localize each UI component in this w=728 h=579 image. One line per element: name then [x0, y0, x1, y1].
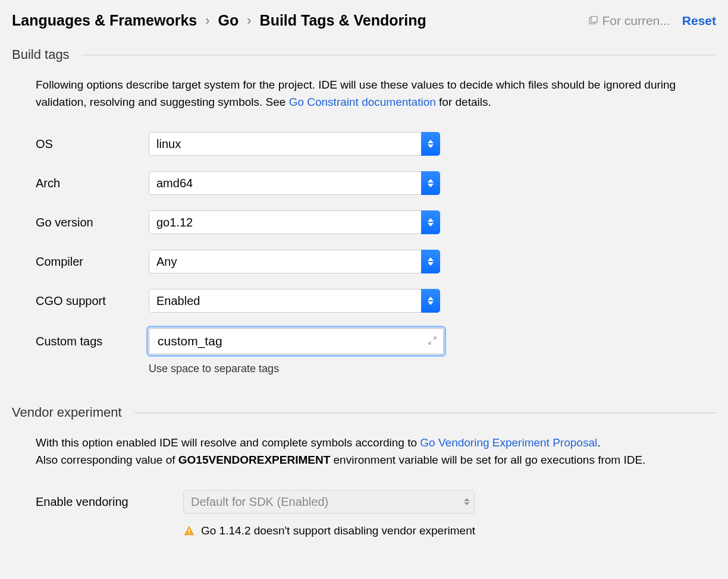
section-title: Build tags	[12, 47, 70, 62]
enable-vendoring-label: Enable vendoring	[36, 495, 183, 509]
cgo-label: CGO support	[36, 294, 149, 308]
custom-tags-input[interactable]	[149, 328, 444, 354]
os-label: OS	[36, 137, 149, 151]
chevron-right-icon: ›	[205, 13, 209, 29]
divider	[81, 55, 716, 55]
scope-indicator[interactable]: For curren...	[589, 14, 670, 28]
arch-label: Arch	[36, 177, 149, 190]
scope-label: For curren...	[602, 14, 670, 28]
svg-rect-1	[591, 16, 597, 22]
vendor-section: Vendor experiment With this option enabl…	[12, 405, 716, 537]
select-arrows-icon	[464, 498, 470, 505]
vendor-description: With this option enabled IDE will resolv…	[36, 435, 704, 468]
arch-row: Arch amd64	[36, 171, 716, 195]
compiler-select[interactable]: Any	[149, 250, 440, 273]
vendor-warning-text: Go 1.14.2 doesn't support disabling vend…	[201, 524, 475, 537]
breadcrumb-item[interactable]: Go	[218, 12, 239, 29]
chevron-right-icon: ›	[247, 13, 251, 29]
compiler-row: Compiler Any	[36, 250, 716, 273]
arch-select-value: amd64	[156, 177, 193, 190]
build-tags-form: OS linux Arch amd64 Go version	[36, 132, 716, 354]
section-header-vendor: Vendor experiment	[12, 405, 716, 420]
go-version-label: Go version	[36, 216, 149, 229]
breadcrumb-item: Build Tags & Vendoring	[260, 12, 426, 29]
svg-point-3	[189, 533, 190, 534]
warning-icon	[183, 525, 195, 537]
cgo-row: CGO support Enabled	[36, 289, 716, 313]
enable-vendoring-row: Enable vendoring Default for SDK (Enable…	[36, 490, 716, 514]
breadcrumb: Languages & Frameworks › Go › Build Tags…	[12, 12, 426, 29]
section-title: Vendor experiment	[12, 405, 122, 420]
go-version-select-value: go1.12	[156, 216, 193, 229]
vendor-warning: Go 1.14.2 doesn't support disabling vend…	[183, 524, 716, 537]
select-arrows-icon	[421, 132, 440, 156]
reset-button[interactable]: Reset	[682, 14, 716, 28]
custom-tags-row: Custom tags	[36, 328, 716, 354]
custom-tags-label: Custom tags	[36, 335, 149, 348]
select-arrows-icon	[421, 210, 440, 234]
go-version-row: Go version go1.12	[36, 210, 716, 234]
arch-select[interactable]: amd64	[149, 171, 440, 195]
os-select-value: linux	[156, 137, 181, 151]
go-vendoring-proposal-link[interactable]: Go Vendoring Experiment Proposal	[420, 436, 597, 449]
compiler-select-value: Any	[156, 255, 177, 269]
expand-icon[interactable]	[428, 335, 437, 348]
section-header-build-tags: Build tags	[12, 47, 716, 62]
os-row: OS linux	[36, 132, 716, 156]
project-scope-icon	[589, 16, 598, 26]
custom-tags-helper: Use space to separate tags	[149, 363, 716, 375]
svg-rect-2	[189, 529, 190, 532]
settings-header: Languages & Frameworks › Go › Build Tags…	[12, 12, 716, 29]
custom-tags-input-wrapper	[149, 328, 444, 354]
enable-vendoring-select: Default for SDK (Enabled)	[183, 490, 475, 514]
os-select[interactable]: linux	[149, 132, 440, 156]
enable-vendoring-value: Default for SDK (Enabled)	[191, 495, 328, 509]
env-var-name: GO15VENDOREXPERIMENT	[178, 454, 331, 466]
cgo-select-value: Enabled	[156, 294, 200, 308]
divider	[134, 413, 716, 413]
select-arrows-icon	[421, 289, 440, 313]
go-version-select[interactable]: go1.12	[149, 210, 440, 234]
header-actions: For curren... Reset	[589, 14, 716, 28]
build-tags-description: Following options describe target system…	[36, 77, 704, 111]
go-constraint-doc-link[interactable]: Go Constraint documentation	[289, 96, 436, 108]
compiler-label: Compiler	[36, 255, 149, 269]
select-arrows-icon	[421, 250, 440, 273]
select-arrows-icon	[421, 171, 440, 195]
breadcrumb-item[interactable]: Languages & Frameworks	[12, 12, 197, 29]
cgo-select[interactable]: Enabled	[149, 289, 440, 313]
